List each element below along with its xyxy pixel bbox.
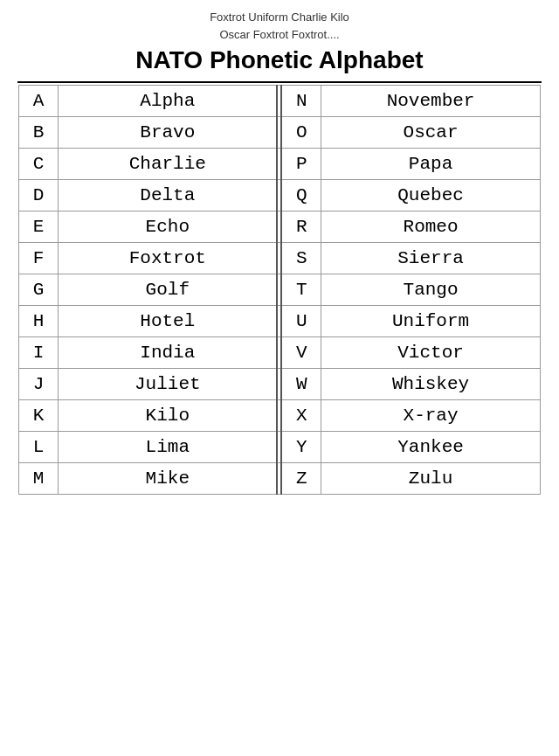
- left-word-cell: India: [59, 337, 278, 369]
- left-word-cell: Foxtrot: [59, 243, 278, 274]
- right-word-cell: November: [321, 86, 541, 117]
- right-word-cell: Zulu: [321, 463, 541, 495]
- right-letter-cell: X: [281, 400, 321, 432]
- left-word-cell: Hotel: [59, 306, 278, 337]
- page-title: NATO Phonetic Alphabet: [135, 46, 423, 74]
- table-row: M Mike Z Zulu: [19, 463, 541, 495]
- table-row: B Bravo O Oscar: [19, 117, 541, 149]
- left-word-cell: Lima: [59, 432, 278, 463]
- right-word-cell: Uniform: [321, 306, 541, 337]
- left-word-cell: Delta: [59, 180, 278, 212]
- table-row: K Kilo X X-ray: [19, 400, 541, 432]
- right-word-cell: Romeo: [321, 212, 541, 243]
- left-letter-cell: I: [19, 337, 59, 369]
- right-word-cell: Oscar: [321, 117, 541, 149]
- table-row: D Delta Q Quebec: [19, 180, 541, 212]
- right-word-cell: Papa: [321, 149, 541, 180]
- left-word-cell: Charlie: [59, 149, 278, 180]
- table-row: A Alpha N November: [19, 86, 541, 117]
- right-letter-cell: P: [281, 149, 321, 180]
- right-letter-cell: S: [281, 243, 321, 274]
- table-row: G Golf T Tango: [19, 274, 541, 306]
- right-word-cell: Sierra: [321, 243, 541, 274]
- right-letter-cell: U: [281, 306, 321, 337]
- right-letter-cell: Y: [281, 432, 321, 463]
- right-word-cell: X-ray: [321, 400, 541, 432]
- left-letter-cell: A: [19, 86, 59, 117]
- left-letter-cell: G: [19, 274, 59, 306]
- right-letter-cell: R: [281, 212, 321, 243]
- left-word-cell: Kilo: [59, 400, 278, 432]
- table-row: C Charlie P Papa: [19, 149, 541, 180]
- left-letter-cell: C: [19, 149, 59, 180]
- left-letter-cell: F: [19, 243, 59, 274]
- left-letter-cell: J: [19, 369, 59, 400]
- left-letter-cell: K: [19, 400, 59, 432]
- left-word-cell: Bravo: [59, 117, 278, 149]
- left-letter-cell: L: [19, 432, 59, 463]
- table-row: I India V Victor: [19, 337, 541, 369]
- table-row: F Foxtrot S Sierra: [19, 243, 541, 274]
- phonetic-alphabet-table: A Alpha N November B Bravo O Oscar C Cha…: [18, 85, 541, 495]
- left-word-cell: Alpha: [59, 86, 278, 117]
- left-letter-cell: H: [19, 306, 59, 337]
- left-letter-cell: M: [19, 463, 59, 495]
- left-letter-cell: D: [19, 180, 59, 212]
- right-letter-cell: T: [281, 274, 321, 306]
- left-word-cell: Juliet: [59, 369, 278, 400]
- left-word-cell: Echo: [59, 212, 278, 243]
- table-row: E Echo R Romeo: [19, 212, 541, 243]
- table-row: L Lima Y Yankee: [19, 432, 541, 463]
- right-letter-cell: V: [281, 337, 321, 369]
- right-word-cell: Whiskey: [321, 369, 541, 400]
- subtitle: Foxtrot Uniform Charlie Kilo Oscar Foxtr…: [210, 9, 349, 43]
- right-letter-cell: Q: [281, 180, 321, 212]
- title-divider: [17, 81, 542, 83]
- right-letter-cell: N: [281, 86, 321, 117]
- right-letter-cell: O: [281, 117, 321, 149]
- right-letter-cell: W: [281, 369, 321, 400]
- right-word-cell: Quebec: [321, 180, 541, 212]
- right-letter-cell: Z: [281, 463, 321, 495]
- right-word-cell: Tango: [321, 274, 541, 306]
- left-letter-cell: E: [19, 212, 59, 243]
- left-word-cell: Golf: [59, 274, 278, 306]
- table-row: J Juliet W Whiskey: [19, 369, 541, 400]
- left-letter-cell: B: [19, 117, 59, 149]
- left-word-cell: Mike: [59, 463, 278, 495]
- right-word-cell: Victor: [321, 337, 541, 369]
- right-word-cell: Yankee: [321, 432, 541, 463]
- table-row: H Hotel U Uniform: [19, 306, 541, 337]
